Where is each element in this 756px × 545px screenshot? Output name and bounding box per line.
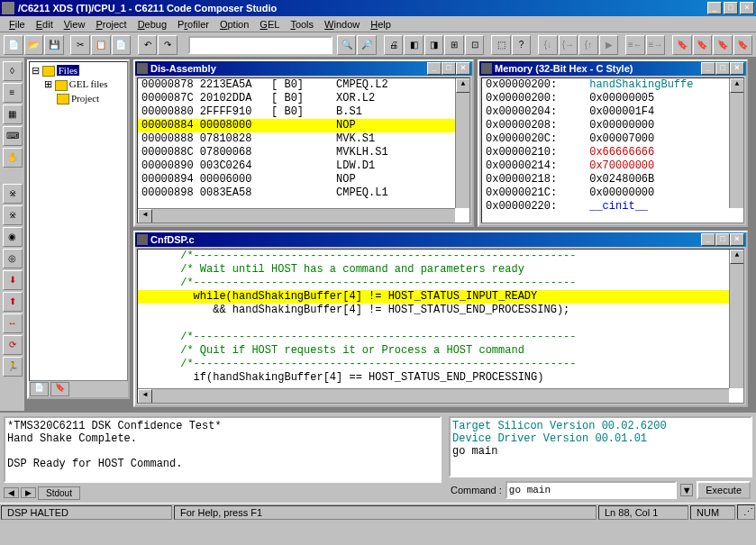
- out-scroll-left[interactable]: ◀: [4, 487, 19, 498]
- new-button[interactable]: 📄: [4, 35, 23, 55]
- disasm-row[interactable]: 00000880 2FFFF910 [ B0] B.S1: [138, 105, 469, 119]
- run-button[interactable]: ▶: [599, 35, 619, 55]
- src-hscroll[interactable]: ◀: [138, 388, 729, 403]
- disasm-vscroll[interactable]: ▲: [455, 78, 469, 208]
- menu-debug[interactable]: Debug: [132, 18, 172, 31]
- disasm-hscroll[interactable]: ◀: [138, 208, 455, 223]
- debug-output-pane[interactable]: Target Silicon Version 00.02.6200 Device…: [449, 416, 752, 477]
- left-tool-11[interactable]: ⬆: [3, 292, 23, 312]
- open-button[interactable]: 📂: [24, 35, 44, 55]
- bookmark-prev-button[interactable]: 🔖: [713, 35, 733, 55]
- disasm-close[interactable]: ×: [456, 62, 470, 75]
- copy-button[interactable]: 📋: [91, 35, 111, 55]
- find-combo[interactable]: [188, 36, 332, 54]
- minimize-button[interactable]: _: [707, 2, 722, 14]
- bookmark-clear-button[interactable]: 🔖: [733, 35, 753, 55]
- out-scroll-right[interactable]: ▶: [21, 487, 36, 498]
- stdout-tab[interactable]: Stdout: [38, 486, 80, 500]
- source-line[interactable]: /*--------------------------------------…: [138, 277, 743, 290]
- mem-max[interactable]: □: [715, 62, 730, 75]
- memory-row[interactable]: 0x0000021C: 0x00000000: [482, 186, 743, 200]
- help-button[interactable]: ?: [512, 35, 532, 55]
- tool-button-2[interactable]: ◨: [424, 35, 444, 55]
- menu-project[interactable]: Project: [90, 18, 132, 31]
- memory-row[interactable]: 0x00000210: 0x66666666: [482, 146, 743, 159]
- execute-button[interactable]: Execute: [697, 481, 751, 499]
- left-tool-3[interactable]: ▦: [3, 104, 23, 124]
- source-line[interactable]: /*--------------------------------------…: [138, 331, 743, 344]
- memory-row[interactable]: 0x00000208: 0x00000000: [482, 119, 743, 132]
- menu-view[interactable]: View: [59, 18, 91, 31]
- step-over-button[interactable]: {→: [559, 35, 578, 55]
- memory-row[interactable]: 0x00000218: 0x0248006B: [482, 173, 743, 186]
- src-max[interactable]: □: [715, 233, 730, 246]
- disasm-row[interactable]: 00000888 07810828 MVK.S1: [138, 132, 469, 146]
- memory-row[interactable]: 0x0000020C: 0x00007000: [482, 132, 743, 146]
- find-next-button[interactable]: 🔎: [357, 35, 377, 55]
- menu-gel[interactable]: GEL: [254, 18, 285, 31]
- menu-help[interactable]: Help: [365, 18, 396, 31]
- step-in-button[interactable]: {↓: [538, 35, 558, 55]
- left-tool-7[interactable]: ※: [3, 205, 23, 225]
- source-line[interactable]: if(handShakingBuffer[4] == HOST_STATUS_E…: [138, 371, 743, 385]
- memory-row[interactable]: 0x00000204: 0x000001F4: [482, 105, 743, 119]
- source-line[interactable]: /* Wait until HOST has a command and par…: [138, 263, 743, 277]
- menu-profiler[interactable]: Profiler: [172, 18, 214, 31]
- disasm-min[interactable]: _: [427, 62, 442, 75]
- maximize-button[interactable]: □: [724, 2, 738, 14]
- redo-button[interactable]: ↷: [158, 35, 178, 55]
- menu-file[interactable]: File: [4, 18, 31, 31]
- src-vscroll[interactable]: ▲: [729, 250, 743, 388]
- tree-tab-1[interactable]: 📄: [30, 382, 49, 396]
- left-tool-10[interactable]: ⬇: [3, 270, 23, 290]
- source-line[interactable]: /*--------------------------------------…: [138, 358, 743, 371]
- print-button[interactable]: 🖨: [384, 35, 404, 55]
- source-line[interactable]: [138, 317, 743, 331]
- disasm-row[interactable]: 00000898 0083EA58 CMPEQ.L1: [138, 186, 469, 200]
- source-line[interactable]: && handShakingBuffer[4] != HOST_STATUS_E…: [138, 304, 743, 317]
- left-tool-1[interactable]: ◊: [3, 61, 23, 81]
- memory-body[interactable]: 0x00000200: handShakingBuffe0x00000200: …: [481, 77, 744, 223]
- mem-vscroll[interactable]: ▲: [729, 78, 743, 208]
- find-button[interactable]: 🔍: [337, 35, 357, 55]
- left-tool-9[interactable]: ◎: [3, 249, 23, 268]
- menu-edit[interactable]: Edit: [31, 18, 59, 31]
- left-tool-6[interactable]: ※: [3, 184, 23, 204]
- command-input[interactable]: [506, 481, 677, 499]
- disasm-body[interactable]: 00000878 2213EA5A [ B0] CMPEQ.L20000087C…: [137, 77, 470, 223]
- command-dropdown[interactable]: ▼: [680, 484, 693, 496]
- indent-left-button[interactable]: ≡←: [625, 35, 645, 55]
- left-tool-8[interactable]: ◉: [3, 227, 23, 247]
- tree-root[interactable]: ⊟ Files: [32, 64, 125, 77]
- tool-button-3[interactable]: ⊞: [444, 35, 464, 55]
- output-pane[interactable]: *TMS320C6211 DSK Confidence Test*Hand Sh…: [4, 416, 442, 483]
- left-tool-5[interactable]: ✋: [3, 148, 23, 168]
- save-button[interactable]: 💾: [44, 35, 64, 55]
- left-tool-13[interactable]: ⟳: [3, 335, 23, 355]
- tree-tab-2[interactable]: 🔖: [50, 382, 69, 396]
- tool-button-4[interactable]: ⊡: [465, 35, 485, 55]
- menu-window[interactable]: Window: [319, 18, 365, 31]
- paste-button[interactable]: 📄: [112, 35, 132, 55]
- disasm-row[interactable]: 00000884 00008000 NOP: [138, 119, 469, 132]
- bookmark-next-button[interactable]: 🔖: [693, 35, 713, 55]
- source-line[interactable]: /*--------------------------------------…: [138, 250, 743, 263]
- disasm-max[interactable]: □: [442, 62, 456, 75]
- memory-row[interactable]: 0x00000214: 0x70000000: [482, 159, 743, 173]
- tree-project[interactable]: Project: [32, 92, 125, 105]
- source-body[interactable]: /*--------------------------------------…: [137, 249, 744, 404]
- tool-button-1[interactable]: ◧: [404, 35, 424, 55]
- bookmark-button[interactable]: 🔖: [672, 35, 692, 55]
- src-close[interactable]: ×: [730, 233, 744, 246]
- source-line[interactable]: while(handShakingBuffer[4] != HOST_STATU…: [138, 290, 743, 304]
- src-min[interactable]: _: [701, 233, 715, 246]
- tool-button-5[interactable]: ⬚: [491, 35, 511, 55]
- menu-tools[interactable]: Tools: [285, 18, 319, 31]
- mem-min[interactable]: _: [701, 62, 715, 75]
- disasm-row[interactable]: 00000890 003C0264 LDW.D1: [138, 159, 469, 173]
- cut-button[interactable]: ✂: [70, 35, 90, 55]
- left-run-button[interactable]: 🏃: [3, 357, 23, 377]
- status-resize[interactable]: ⋰: [737, 504, 755, 520]
- memory-row[interactable]: 0x00000200: 0x00000005: [482, 92, 743, 105]
- disasm-row[interactable]: 00000878 2213EA5A [ B0] CMPEQ.L2: [138, 78, 469, 92]
